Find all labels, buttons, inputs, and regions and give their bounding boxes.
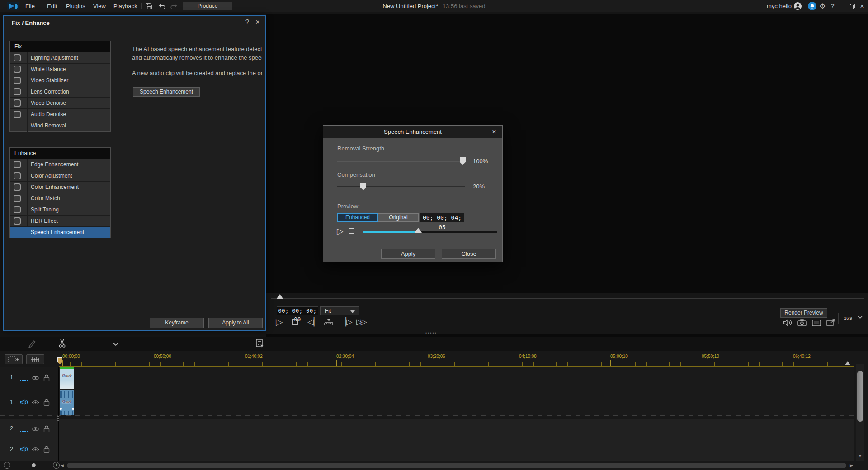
timeline-vertical-scrollbar[interactable] — [856, 364, 864, 461]
close-window-icon[interactable]: × — [858, 0, 866, 12]
display-options-icon[interactable] — [812, 320, 821, 326]
preview-stop-button[interactable] — [349, 228, 354, 234]
zoom-out-button[interactable]: − — [4, 462, 10, 469]
apply-button[interactable]: Apply — [381, 249, 435, 259]
playhead-line[interactable] — [60, 357, 60, 461]
track-lock-icon[interactable] — [43, 399, 50, 406]
track-lock-icon[interactable] — [43, 425, 50, 432]
track-area-grip[interactable] — [57, 414, 59, 425]
checkbox[interactable] — [14, 183, 21, 191]
preview-seek-thumb[interactable] — [276, 294, 283, 299]
list-item-color-adjustment[interactable]: Color Adjustment — [10, 170, 110, 181]
checkbox[interactable] — [14, 66, 21, 73]
timeline-ruler[interactable] — [59, 362, 854, 366]
scroll-left-icon[interactable]: ◀ — [61, 463, 64, 468]
account-avatar-icon[interactable] — [793, 2, 802, 10]
notification-bell-icon[interactable] — [808, 2, 816, 10]
compensation-slider[interactable] — [337, 186, 465, 187]
preview-progress-thumb[interactable] — [415, 228, 422, 233]
zoom-in-button[interactable]: + — [53, 462, 60, 469]
seek-to-marker-icon[interactable] — [324, 319, 334, 326]
list-item-edge-enhancement[interactable]: Edge Enhancement — [10, 159, 110, 170]
checkbox[interactable] — [14, 217, 21, 225]
horizontal-scroll-thumb[interactable] — [67, 463, 846, 468]
checkbox[interactable] — [14, 88, 21, 95]
aspect-ratio-badge[interactable]: 16:9 — [842, 315, 854, 321]
timeline-zoom-thumb[interactable] — [32, 463, 36, 467]
panel-help-icon[interactable]: ? — [243, 18, 251, 25]
removal-strength-thumb[interactable] — [460, 157, 466, 165]
checkbox[interactable] — [14, 161, 21, 168]
track-lock-icon[interactable] — [43, 446, 50, 453]
list-item-wind-removal[interactable]: Wind Removal — [10, 120, 110, 131]
list-item-lighting-adjustment[interactable]: Lighting Adjustment — [10, 52, 110, 63]
checkbox[interactable] — [14, 195, 21, 202]
video-clip[interactable]: Skateb — [60, 367, 74, 389]
list-item-white-balance[interactable]: White Balance — [10, 63, 110, 75]
tools-chevron-down-icon[interactable] — [113, 343, 118, 346]
stop-button[interactable] — [292, 319, 298, 325]
menu-view[interactable]: View — [91, 0, 108, 12]
speech-enhancement-button[interactable]: Speech Enhancement — [133, 87, 200, 97]
split-scissors-icon[interactable] — [59, 339, 66, 348]
list-item-split-toning[interactable]: Split Toning — [10, 204, 110, 215]
list-item-hdr-effect[interactable]: HDR Effect — [10, 215, 110, 226]
zoom-fit-dropdown[interactable]: Fit — [320, 306, 359, 315]
select-clips-icon[interactable] — [256, 339, 264, 348]
track-visibility-eye-icon[interactable] — [32, 446, 39, 452]
next-frame-button[interactable]: ▕▷ — [340, 317, 353, 326]
compensation-thumb[interactable] — [360, 183, 366, 190]
preview-seek-bar[interactable] — [271, 298, 864, 299]
original-toggle[interactable]: Original — [378, 213, 419, 222]
list-item-color-match[interactable]: Color Match — [10, 193, 110, 204]
track-lock-icon[interactable] — [43, 374, 50, 381]
track-visibility-eye-icon[interactable] — [32, 400, 39, 405]
keyframe-button[interactable]: Keyframe — [150, 318, 204, 328]
preview-progress-bar[interactable] — [363, 231, 497, 233]
save-icon[interactable] — [146, 3, 152, 9]
minimize-icon[interactable]: — — [838, 0, 845, 12]
help-icon[interactable]: ? — [829, 0, 836, 12]
audio-clip[interactable]: Skateb — [60, 390, 74, 415]
user-name[interactable]: myc hello — [765, 0, 793, 12]
previous-frame-button[interactable]: ◁▏ — [307, 317, 320, 326]
track-row-video-1[interactable]: 1. — [0, 367, 854, 389]
track-visibility-eye-icon[interactable] — [32, 426, 39, 432]
timeline-end-marker[interactable] — [845, 361, 850, 365]
removal-strength-slider[interactable] — [337, 161, 465, 162]
undock-preview-icon[interactable] — [826, 319, 835, 326]
list-item-video-denoise[interactable]: Video Denoise — [10, 97, 110, 108]
apply-to-all-button[interactable]: Apply to All — [208, 318, 263, 328]
produce-button[interactable]: Produce — [183, 2, 232, 10]
preview-play-button[interactable]: ▷ — [337, 226, 344, 236]
fast-forward-button[interactable]: ▷▷ — [356, 317, 365, 326]
vertical-scroll-thumb[interactable] — [857, 371, 863, 422]
list-item-color-enhancement[interactable]: Color Enhancement — [10, 181, 110, 193]
undo-icon[interactable] — [158, 3, 166, 9]
checkbox[interactable] — [14, 99, 21, 107]
volume-keyframe-node[interactable] — [72, 408, 74, 410]
design-tool-icon[interactable] — [28, 339, 36, 348]
checkbox[interactable] — [14, 54, 21, 61]
close-button[interactable]: Close — [442, 249, 496, 259]
panel-resize-grip[interactable]: ••••• — [425, 331, 437, 335]
checkbox[interactable] — [14, 77, 21, 84]
panel-close-icon[interactable]: × — [254, 18, 262, 27]
aspect-chevron-down-icon[interactable] — [858, 315, 863, 319]
scroll-down-icon[interactable]: ▼ — [858, 454, 862, 458]
list-item-audio-denoise[interactable]: Audio Denoise — [10, 108, 110, 120]
settings-gear-icon[interactable]: ⚙ — [819, 2, 826, 10]
enhanced-toggle[interactable]: Enhanced — [337, 213, 378, 222]
scroll-right-icon[interactable]: ▶ — [850, 463, 853, 468]
menu-edit[interactable]: Edit — [45, 0, 59, 12]
track-visibility-eye-icon[interactable] — [32, 375, 39, 381]
redo-icon[interactable] — [170, 3, 178, 9]
checkbox[interactable] — [14, 172, 21, 179]
volume-keyframe-node[interactable] — [60, 408, 62, 410]
list-item-lens-correction[interactable]: Lens Correction — [10, 86, 110, 97]
track-manager-button[interactable] — [5, 354, 23, 364]
menu-plugins[interactable]: Plugins — [64, 0, 87, 12]
menu-playback[interactable]: Playback — [112, 0, 139, 12]
audio-mixing-button[interactable] — [26, 354, 44, 364]
checkbox[interactable] — [14, 206, 21, 213]
